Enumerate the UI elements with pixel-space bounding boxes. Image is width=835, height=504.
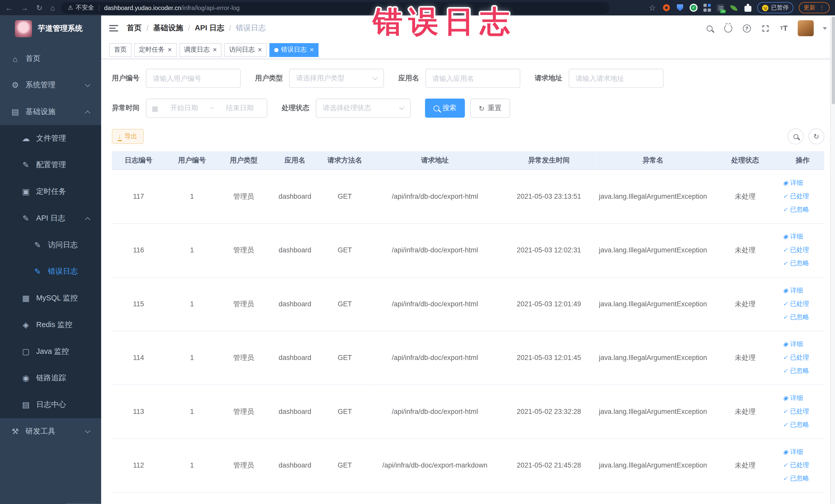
process-status-select[interactable]: 请选择处理状态: [316, 99, 410, 118]
search-toggle-button[interactable]: [788, 128, 803, 144]
sidebar-item-首页[interactable]: ⌂首页: [0, 45, 101, 72]
github-icon[interactable]: [723, 23, 733, 33]
bookmark-star-icon[interactable]: ☆: [648, 3, 657, 12]
breadcrumb-item[interactable]: 首页: [127, 23, 142, 33]
sidebar-item-链路追踪[interactable]: ◉链路追踪: [0, 365, 101, 391]
row-action-已忽略[interactable]: ✓已忽略: [783, 418, 824, 431]
extension-grid-icon[interactable]: [703, 3, 711, 12]
breadcrumb-item[interactable]: 基础设施: [153, 23, 183, 33]
tab-定时任务[interactable]: 定时任务×: [134, 43, 177, 57]
close-icon[interactable]: ×: [310, 46, 314, 53]
sidebar-item-日志中心[interactable]: ▤日志中心: [0, 391, 101, 418]
search-button[interactable]: 搜索: [425, 99, 465, 118]
sidebar-item-错误日志[interactable]: ✎错误日志: [0, 258, 101, 285]
address-bar[interactable]: ⚠ 不安全 dashboard.yudao.iocoder.cn /infra/…: [61, 2, 610, 14]
extension-on-icon[interactable]: [717, 4, 724, 12]
row-action-详细[interactable]: ◉详细: [783, 176, 824, 190]
browser-home-icon[interactable]: ⌂: [50, 3, 55, 12]
tab-访问日志[interactable]: 访问日志×: [224, 43, 267, 57]
row-action-详细[interactable]: ◉详细: [783, 445, 824, 459]
browser-update-button[interactable]: 更新 ⋮: [799, 2, 830, 13]
check-icon: ✓: [783, 354, 788, 361]
page-scrollbar[interactable]: [830, 15, 835, 504]
cell-user_type: 管理员: [219, 223, 268, 277]
extension-v-icon[interactable]: ✓: [690, 4, 698, 12]
eye-icon: ◉: [783, 448, 788, 456]
sidebar-item-系统管理[interactable]: ⚙系统管理: [0, 72, 101, 99]
row-action-详细[interactable]: ◉详细: [783, 230, 824, 243]
sidebar-item-文件管理[interactable]: ☁文件管理: [0, 125, 101, 152]
tab-调度日志[interactable]: 调度日志×: [179, 43, 222, 57]
sidebar-item-定时任务[interactable]: ▣定时任务: [0, 178, 101, 205]
extension-leaf-icon[interactable]: [730, 3, 738, 12]
app-logo[interactable]: 芋道管理系统: [0, 15, 101, 42]
column-header: 用户编号: [165, 151, 219, 169]
row-action-已处理[interactable]: ✓已处理: [783, 351, 824, 364]
row-action-详细[interactable]: ◉详细: [783, 338, 824, 351]
profile-emoji-icon: [762, 5, 769, 11]
sidebar-item-MySQL 监控[interactable]: ▦MySQL 监控: [0, 285, 101, 312]
extensions-puzzle-icon[interactable]: [744, 3, 752, 12]
browser-menu-icon[interactable]: ⋮: [819, 4, 825, 11]
chevron-down-icon: [399, 104, 405, 110]
row-action-已忽略[interactable]: ✓已忽略: [783, 310, 824, 324]
row-action-label: 已忽略: [790, 366, 809, 375]
avatar-caret-down-icon[interactable]: [823, 27, 827, 29]
row-action-已处理[interactable]: ✓已处理: [783, 243, 824, 257]
reset-button[interactable]: ↻ 重置: [470, 99, 510, 118]
sidebar-item-Redis 监控[interactable]: ◈Redis 监控: [0, 312, 101, 338]
sidebar-item-label: Java 监控: [36, 347, 69, 356]
fullscreen-icon[interactable]: [760, 23, 770, 33]
browser-reload-icon[interactable]: ↻: [36, 3, 42, 12]
export-button[interactable]: ↓ 导出: [112, 129, 143, 144]
close-icon[interactable]: ×: [213, 46, 217, 53]
sidebar-item-Java 监控[interactable]: ▢Java 监控: [0, 338, 101, 365]
scrollbar-thumb[interactable]: [831, 16, 834, 104]
sidebar-item-基础设施[interactable]: ▤基础设施: [0, 99, 101, 125]
hamburger-icon[interactable]: [109, 23, 118, 33]
profile-paused-badge[interactable]: 已暂停: [757, 2, 793, 13]
sidebar-item-API 日志[interactable]: ✎API 日志: [0, 205, 101, 232]
sidebar-item-label: 系统管理: [26, 80, 56, 90]
app-name-input[interactable]: [426, 69, 520, 88]
help-icon[interactable]: ?: [742, 23, 751, 33]
cell-time: 2021-05-03 12:01:49: [502, 277, 596, 331]
browser-forward-icon[interactable]: →: [21, 3, 28, 12]
sidebar-item-label: Redis 监控: [36, 320, 72, 330]
refresh-button[interactable]: ↻: [808, 128, 824, 144]
row-action-详细[interactable]: ◉详细: [783, 284, 824, 297]
row-action-已忽略[interactable]: ✓已忽略: [783, 203, 824, 216]
user-type-select[interactable]: 请选择用户类型: [289, 69, 384, 88]
avatar[interactable]: [798, 20, 814, 36]
row-action-已忽略[interactable]: ✓已忽略: [783, 257, 824, 270]
row-action-label: 已处理: [790, 299, 809, 308]
cell-app: dashboard: [268, 277, 321, 331]
close-icon[interactable]: ×: [258, 46, 262, 53]
sidebar-item-配置管理[interactable]: ✎配置管理: [0, 152, 101, 178]
cell-user_id: 1: [165, 223, 219, 277]
close-icon[interactable]: ×: [168, 46, 172, 53]
request-url-input[interactable]: [569, 69, 664, 88]
user-id-input[interactable]: [146, 69, 241, 88]
row-action-已处理[interactable]: ✓已处理: [783, 297, 824, 311]
row-action-已处理[interactable]: ✓已处理: [783, 459, 824, 472]
tab-首页[interactable]: 首页: [109, 43, 131, 57]
row-action-已处理[interactable]: ✓已处理: [783, 190, 824, 203]
tab-错误日志[interactable]: 错误日志×: [269, 43, 319, 57]
row-action-已忽略[interactable]: ✓已忽略: [783, 472, 824, 485]
font-size-icon[interactable]: TT: [779, 23, 789, 33]
header-search-icon[interactable]: [705, 23, 714, 33]
browser-back-icon[interactable]: ←: [5, 3, 13, 12]
extension-shield-icon[interactable]: [676, 3, 684, 12]
row-action-已处理[interactable]: ✓已处理: [783, 405, 824, 418]
log-center-icon: ▤: [21, 400, 30, 409]
cell-url: /api/infra/db-doc/export-html: [368, 331, 502, 385]
extension-orange-icon[interactable]: [662, 3, 670, 12]
exception-time-range-picker[interactable]: ▦ 开始日期 ~ 结束日期: [146, 99, 267, 118]
breadcrumb-item[interactable]: API 日志: [195, 23, 224, 33]
sidebar-item-访问日志[interactable]: ✎访问日志: [0, 231, 101, 258]
sidebar-item-研发工具[interactable]: ⚒研发工具: [0, 418, 101, 445]
row-action-详细[interactable]: ◉详细: [783, 391, 824, 405]
row-action-已忽略[interactable]: ✓已忽略: [783, 364, 824, 378]
cell-method: GET: [321, 385, 368, 439]
